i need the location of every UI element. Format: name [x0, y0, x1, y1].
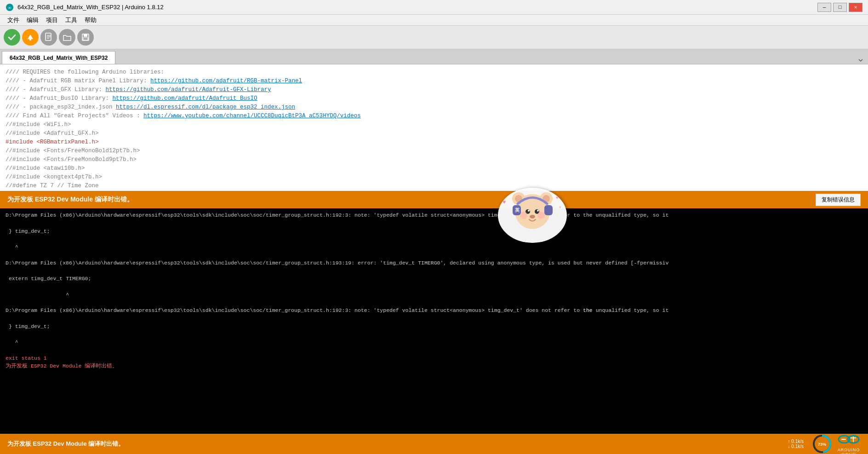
cpu-gauge: 73% — [812, 434, 832, 454]
console-line-9: extern timg_dev_t TIMERG0; — [6, 275, 862, 282]
download-speed: ↓ 0.1k/s — [788, 444, 804, 449]
title-bar: ∞ 64x32_RGB_Led_Matrix_With_ESP32 | Ardu… — [0, 0, 868, 15]
svg-point-32 — [520, 212, 527, 219]
upload-speed: ↑ 0.1k/s — [788, 439, 804, 444]
error-banner: 为开发板 ESP32 Dev Module 编译时出错。 复制错误信息 — [0, 191, 868, 208]
code-line-13: //#include <kongtext4pt7b.h> — [6, 173, 862, 182]
svg-text:♥: ♥ — [556, 195, 559, 201]
svg-text:♥: ♥ — [559, 205, 561, 209]
code-line-1: //// REQUIRES the following Arduino libr… — [6, 68, 862, 77]
tab-collapse-icon[interactable] — [857, 57, 864, 64]
menu-edit[interactable]: 编辑 — [23, 15, 42, 25]
error-banner-text: 为开发板 ESP32 Dev Module 编译时出错。 — [7, 195, 133, 204]
code-line-11: //#include <Fonts/FreeMonoBold9pt7b.h> — [6, 155, 862, 164]
console-line-10 — [6, 282, 862, 290]
console-line-4 — [6, 235, 862, 243]
menu-file[interactable]: 文件 — [4, 15, 23, 25]
code-line-8: //#include <Adafruit_GFX.h> — [6, 129, 862, 138]
maximize-button[interactable]: □ — [833, 3, 847, 12]
save-file-button[interactable] — [77, 29, 94, 46]
console-line-6 — [6, 251, 862, 259]
svg-point-30 — [537, 210, 539, 212]
menu-help[interactable]: 帮助 — [81, 15, 100, 25]
arduino-logo-area: ↑ 0.1k/s ↓ 0.1k/s 73% ARDUINO 中文社区 — [788, 431, 861, 454]
upload-button[interactable] — [22, 29, 39, 46]
svg-rect-3 — [29, 39, 31, 40]
code-line-7: //#include <WiFi.h> — [6, 121, 862, 129]
open-file-button[interactable] — [59, 29, 75, 46]
tab-main[interactable]: 64x32_RGB_Led_Matrix_With_ESP32 — [2, 51, 115, 64]
window-title: 64x32_RGB_Led_Matrix_With_ESP32 | Arduin… — [17, 4, 164, 11]
code-line-10: //#include <Fonts/FreeMonoBold12pt7b.h> — [6, 147, 862, 155]
console-line-5: ^ — [6, 243, 862, 251]
code-line-15: //#define CLK 15 — [6, 190, 862, 191]
svg-text:英: 英 — [514, 207, 520, 213]
console-line-15: } timg_dev_t; — [6, 322, 862, 330]
menu-project[interactable]: 项目 — [42, 15, 62, 25]
console-line-2 — [6, 219, 862, 227]
console-output[interactable]: D:\Program Files (x86)\Arduino\hardware\… — [0, 208, 868, 434]
menu-tools[interactable]: 工具 — [62, 15, 81, 25]
new-file-button[interactable] — [40, 29, 57, 46]
console-line-1: D:\Program Files (x86)\Arduino\hardware\… — [6, 211, 862, 219]
code-line-6: //// Find All "Great Projects" Videos : … — [6, 112, 862, 121]
svg-point-33 — [537, 212, 545, 219]
tabs-bar: 64x32_RGB_Led_Matrix_With_ESP32 — [0, 50, 868, 64]
console-line-8 — [6, 267, 862, 275]
svg-text:♥: ♥ — [503, 199, 506, 206]
console-error-msg: 为开发板 ESP32 Dev Module 编译时出错。 — [6, 362, 862, 370]
svg-point-29 — [528, 210, 530, 212]
svg-rect-9 — [84, 34, 87, 37]
code-line-5: //// - package_esp32_index.json https://… — [6, 103, 862, 112]
svg-marker-2 — [28, 34, 33, 39]
console-line-12 — [6, 299, 862, 306]
code-line-3: //// - Adafruit_GFX Library: https://git… — [6, 86, 862, 94]
status-text: 为开发板 ESP32 Dev Module 编译时出错。 — [7, 440, 124, 448]
console-line-18 — [6, 346, 862, 354]
svg-rect-10 — [83, 38, 88, 40]
console-exit-status: exit status 1 — [6, 354, 862, 362]
console-line-17: ^ — [6, 338, 862, 346]
system-tray: ↑ 0.1k/s ↓ 0.1k/s — [788, 439, 804, 449]
console-line-13: D:\Program Files (x86)\Arduino\hardware\… — [6, 306, 862, 314]
svg-text:∞: ∞ — [8, 5, 11, 10]
console-line-11: ^ — [6, 291, 862, 299]
console-line-16 — [6, 330, 862, 338]
console-line-3: } timg_dev_t; — [6, 227, 862, 235]
copy-error-button[interactable]: 复制错误信息 — [816, 194, 861, 206]
code-editor[interactable]: //// REQUIRES the following Arduino libr… — [0, 64, 868, 191]
svg-point-31 — [530, 215, 535, 218]
svg-text:73%: 73% — [818, 442, 826, 447]
arduino-logo: ARDUINO 中文社区 — [837, 431, 861, 454]
code-line-9: #include <RGBmatrixPanel.h> — [6, 138, 862, 147]
sticker-overlay: ♥ ♥ ♥ 英 — [491, 179, 574, 244]
console-line-14 — [6, 314, 862, 322]
close-button[interactable]: ✕ — [849, 3, 862, 12]
title-bar-left: ∞ 64x32_RGB_Led_Matrix_With_ESP32 | Ardu… — [6, 3, 164, 11]
toolbar — [0, 26, 868, 50]
app-icon: ∞ — [6, 3, 14, 11]
svg-rect-26 — [544, 205, 553, 215]
code-line-14: //#define TZ 7 // Time Zone — [6, 182, 862, 190]
title-bar-controls: — □ ✕ — [817, 3, 862, 12]
code-line-12: //#include <atawi10b.h> — [6, 164, 862, 173]
minimize-button[interactable]: — — [817, 3, 831, 12]
code-line-4: //// - Adafruit_BusIO Library: https://g… — [6, 94, 862, 103]
status-bar: 为开发板 ESP32 Dev Module 编译时出错。 ↑ 0.1k/s ↓ … — [0, 434, 868, 454]
code-line-2: //// - Adafruit RGB matrix Panel Library… — [6, 77, 862, 86]
verify-button[interactable] — [4, 29, 20, 46]
console-line-7: D:\Program Files (x86)\Arduino\hardware\… — [6, 259, 862, 267]
menu-bar: 文件 编辑 项目 工具 帮助 — [0, 15, 868, 26]
